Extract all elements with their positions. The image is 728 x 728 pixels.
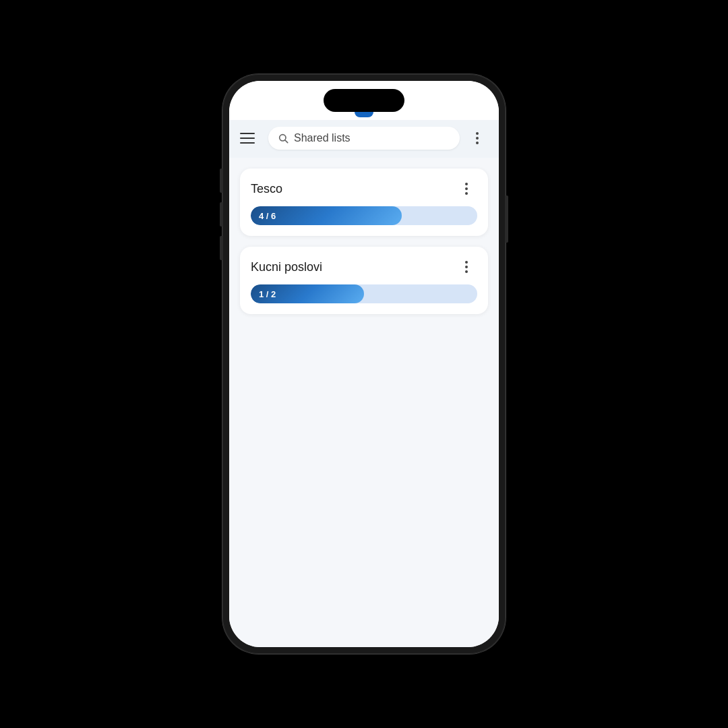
list-item[interactable]: Tesco 4 / 6	[240, 169, 488, 236]
progress-track: 1 / 2	[251, 284, 477, 303]
list-item[interactable]: Kucni poslovi 1 / 2	[240, 247, 488, 314]
list-more-button[interactable]	[456, 178, 477, 200]
progress-track: 4 / 6	[251, 206, 477, 225]
list-card-header: Kucni poslovi	[251, 256, 477, 278]
dynamic-island	[324, 89, 404, 112]
search-bar[interactable]: Shared lists	[268, 127, 460, 150]
list-more-icon	[465, 183, 468, 195]
screen-body: Tesco 4 / 6	[229, 158, 499, 647]
list-more-button[interactable]	[456, 256, 477, 278]
progress-label: 1 / 2	[259, 289, 276, 299]
list-title: Tesco	[251, 182, 282, 196]
top-bar: Shared lists	[229, 120, 499, 158]
svg-line-1	[285, 140, 288, 143]
phone-frame: Shared lists Tesco	[222, 74, 506, 654]
more-options-icon	[476, 132, 479, 144]
list-card-header: Tesco	[251, 178, 477, 200]
search-placeholder-text: Shared lists	[294, 132, 351, 144]
progress-fill: 1 / 2	[251, 284, 364, 303]
list-more-icon	[465, 261, 468, 273]
list-title: Kucni poslovi	[251, 260, 322, 274]
progress-fill: 4 / 6	[251, 206, 402, 225]
search-icon	[278, 133, 289, 144]
menu-button[interactable]	[240, 127, 262, 149]
phone-screen: Shared lists Tesco	[229, 81, 499, 647]
progress-label: 4 / 6	[259, 211, 276, 221]
header-more-button[interactable]	[466, 127, 488, 149]
